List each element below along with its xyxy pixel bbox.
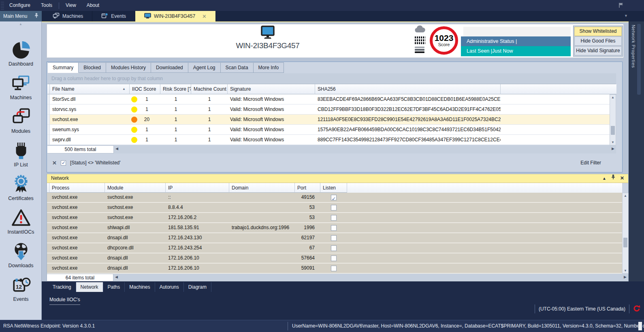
bottom-tab[interactable]: Autoruns: [155, 282, 184, 292]
network-row[interactable]: svchost.exe dhcpcore.dll 172.16.243.254 …: [47, 243, 622, 253]
listen-checkbox[interactable]: [331, 235, 337, 241]
module-detail-tab[interactable]: More Info: [254, 62, 284, 73]
tab-machine-detail[interactable]: WIN-2I3B4F3G457 ✕: [135, 11, 216, 21]
filter-toggle-button[interactable]: Hide Good Files: [574, 36, 622, 46]
column-header[interactable]: IIOC Score: [130, 84, 160, 94]
network-row[interactable]: svchost.exe svchost.exe 172.16.206.2 53: [47, 213, 622, 223]
listen-checkbox[interactable]: [331, 266, 337, 271]
network-properties-tab[interactable]: Network Properties: [631, 25, 636, 68]
bottom-tab[interactable]: Paths: [103, 282, 125, 292]
group-by-drop-zone[interactable]: Drag a column header here to group by th…: [47, 73, 616, 84]
collapse-panel-icon[interactable]: ▲: [602, 174, 606, 183]
sidebar-item-events[interactable]: 12 Events: [0, 275, 42, 307]
tab-events[interactable]: Events: [92, 11, 135, 21]
listen-checkbox[interactable]: [331, 195, 337, 200]
sidebar-item-modules[interactable]: Modules: [0, 106, 42, 139]
menu-about[interactable]: About: [81, 0, 104, 11]
network-row[interactable]: svchost.exe dnsapi.dll 172.16.243.130 62…: [47, 233, 622, 243]
network-horizontal-scrollbar[interactable]: ◀ ▶: [113, 274, 628, 281]
column-header[interactable]: Listen: [320, 183, 347, 193]
sidebar-item-ip-list[interactable]: IP List: [0, 140, 42, 172]
network-row[interactable]: svchost.exe dnsapi.dll 172.16.206.10 590…: [47, 264, 622, 274]
scroll-left-icon[interactable]: ◀: [115, 147, 118, 151]
network-vertical-scrollbar[interactable]: ▲ ▼: [622, 193, 629, 274]
chevron-down-icon[interactable]: ▼: [624, 14, 628, 18]
scroll-right-icon[interactable]: ▶: [612, 147, 614, 151]
scroll-left-icon[interactable]: ◀: [115, 275, 118, 279]
menu-configure[interactable]: Configure: [4, 0, 36, 11]
module-detail-tab[interactable]: Scan Data: [221, 62, 254, 73]
listen-checkbox[interactable]: [331, 245, 337, 251]
module-row[interactable]: storvsc.sys 1 1 1 Valid: Microsoft Windo…: [47, 104, 610, 115]
remove-filter-icon[interactable]: ✕: [52, 160, 57, 166]
scrollbar-thumb[interactable]: [611, 126, 615, 135]
close-tab-icon[interactable]: ✕: [202, 13, 207, 19]
modules-vertical-scrollbar[interactable]: ▲ ▼: [610, 94, 616, 145]
network-row[interactable]: svchost.exe shlwapi.dll 181.58.135.91 tr…: [47, 223, 622, 233]
listen-checkbox[interactable]: [331, 255, 337, 261]
bottom-tab[interactable]: Network: [76, 282, 103, 292]
module-row[interactable]: StorSvc.dll 1 1 1 Valid: Microsoft Windo…: [47, 94, 610, 104]
main-menu-panel-header[interactable]: Main Menu: [0, 11, 42, 21]
module-detail-tab[interactable]: Modules History: [106, 62, 151, 73]
signature-cell: Valid: Microsoft Windows: [228, 94, 315, 104]
modules-horizontal-scrollbar[interactable]: ◀ ▶: [114, 145, 616, 153]
sidebar-item-certificates[interactable]: Certificates: [0, 174, 42, 206]
sidebar-item-dashboard[interactable]: Dashboard: [0, 39, 42, 72]
module-detail-tab[interactable]: Summary: [48, 62, 79, 73]
scroll-right-icon[interactable]: ▶: [624, 275, 627, 279]
bottom-tab[interactable]: Tracking: [48, 282, 76, 292]
filter-toggle-button[interactable]: Hide Valid Signature: [574, 46, 622, 55]
modules-table-header: File Name IIOC Score Risk Score [?] Mach…: [47, 84, 616, 94]
module-detail-tab[interactable]: Blocked: [79, 62, 106, 73]
module-iocs-link[interactable]: Module IIOC's: [49, 297, 80, 305]
column-header[interactable]: Signature: [228, 84, 315, 94]
network-row[interactable]: svchost.exe dnsapi.dll 172.16.206.10 576…: [47, 253, 622, 264]
column-header[interactable]: Port: [295, 183, 320, 193]
column-header[interactable]: Module: [105, 183, 166, 193]
edit-filter-link[interactable]: Edit Filter: [580, 160, 601, 166]
network-row[interactable]: svchost.exe svchost.exe 8.8.4.4 53: [47, 203, 622, 213]
scroll-down-icon[interactable]: ▼: [610, 140, 616, 144]
module-row[interactable]: swprv.dll 1 1 1 Valid: Microsoft Windows…: [47, 135, 610, 145]
menu-view[interactable]: View: [60, 0, 81, 11]
events-tab-icon: [101, 13, 108, 20]
sidebar-item-downloads[interactable]: Downloads: [0, 241, 42, 273]
network-row[interactable]: svchost.exe svchost.exe :: 49156: [47, 193, 622, 203]
pin-icon[interactable]: [611, 174, 615, 183]
bottom-tab[interactable]: Diagram: [184, 282, 211, 292]
sidebar-item-machines[interactable]: Machines: [0, 73, 42, 105]
column-header[interactable]: Process: [49, 183, 105, 193]
column-header[interactable]: Risk Score [?]: [160, 84, 191, 94]
sidebar-item-instantiocs[interactable]: InstantIOCs: [0, 207, 42, 240]
tab-machines[interactable]: Machines: [44, 11, 92, 21]
scroll-up-icon[interactable]: ▲: [610, 96, 616, 99]
listen-checkbox[interactable]: [331, 225, 337, 231]
risk-score-cell: 1: [160, 115, 191, 124]
module-row[interactable]: swenum.sys 1 1 1 Valid: Microsoft Window…: [47, 125, 610, 135]
module-detail-tab[interactable]: Downloaded: [151, 62, 188, 73]
flag-icon[interactable]: [618, 2, 624, 9]
close-panel-icon[interactable]: ✕: [620, 174, 624, 183]
refresh-icon[interactable]: [633, 305, 641, 313]
column-header[interactable]: Machine Count: [191, 84, 228, 94]
listen-checkbox[interactable]: [331, 205, 337, 211]
filter-toggle-button[interactable]: Show Whitelisted: [574, 27, 622, 36]
module-detail-tab[interactable]: Agent Log: [188, 62, 221, 73]
filter-enabled-checkbox[interactable]: [61, 160, 66, 166]
column-header[interactable]: SHA256: [315, 84, 501, 94]
menu-tools[interactable]: Tools: [36, 0, 58, 11]
bottom-tab[interactable]: Machines: [125, 282, 155, 292]
scroll-up-icon[interactable]: ▲: [623, 194, 628, 198]
column-header[interactable]: IP: [166, 183, 229, 193]
scroll-down-icon[interactable]: ▼: [623, 269, 628, 272]
module-row[interactable]: svchost.exe 20 1 1 Valid: Microsoft Wind…: [47, 115, 610, 125]
sidebar-scroll-up-icon[interactable]: ▲: [0, 21, 41, 27]
pin-icon[interactable]: [34, 13, 38, 19]
column-header[interactable]: Domain: [229, 183, 295, 193]
listen-checkbox[interactable]: [331, 215, 337, 221]
tab-label: WIN-2I3B4F3G457: [154, 13, 195, 19]
scrollbar-thumb[interactable]: [623, 238, 627, 247]
column-header[interactable]: File Name: [50, 84, 130, 94]
ip-cell: 172.16.206.2: [166, 213, 229, 222]
